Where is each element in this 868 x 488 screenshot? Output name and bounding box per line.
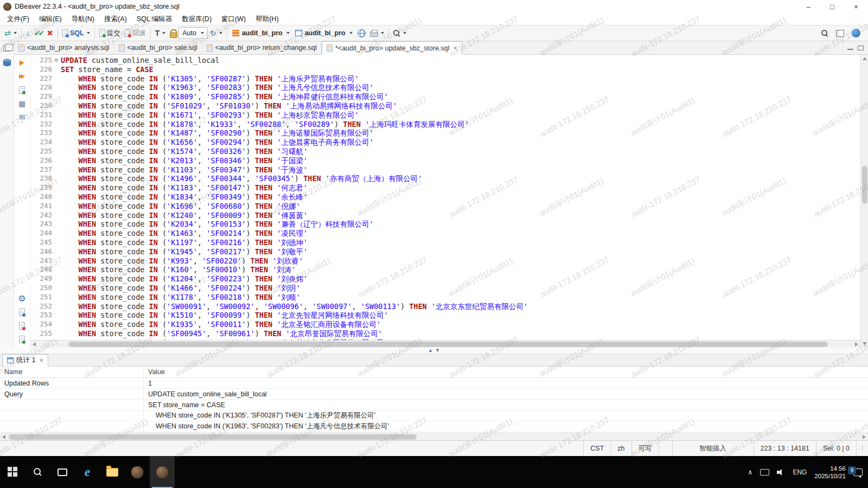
scroll-left-icon[interactable]: [2, 435, 5, 439]
dbeaver-taskbar-button[interactable]: [125, 456, 150, 488]
code-line[interactable]: 232 WHEN store_code IN ('K1878', 'K1933'…: [30, 120, 860, 129]
dbeaver-cloud-button[interactable]: [850, 27, 863, 40]
editor-tab[interactable]: <audit_bi_pro> analysis.sql: [14, 41, 114, 54]
statusbar-segment[interactable]: CST: [583, 441, 610, 456]
print-export-button[interactable]: [368, 27, 386, 40]
panel-splitter[interactable]: ▲ ▼: [0, 348, 868, 354]
code-line[interactable]: 228 WHEN store_code IN ('K1963', 'SF0028…: [30, 83, 860, 92]
code-line[interactable]: 246 WHEN store_code IN ('K1945', 'SF0021…: [30, 247, 860, 256]
scrollbar-thumb[interactable]: [68, 342, 828, 347]
open-perspective-button[interactable]: [834, 27, 846, 40]
statusbar-segment[interactable]: 可写: [631, 441, 659, 456]
explain-plan-button[interactable]: [16, 85, 29, 95]
menu-item[interactable]: 文件(F): [2, 13, 34, 25]
maximize-editor-icon[interactable]: [858, 46, 864, 50]
code-line[interactable]: 251 WHEN store_code IN ('K1178', 'SF0021…: [30, 293, 860, 302]
column-header-name[interactable]: Name: [0, 367, 144, 377]
code-line[interactable]: 253 WHEN store_code IN ('K1510', 'SF0009…: [30, 311, 860, 320]
minimize-editor-icon[interactable]: [847, 48, 853, 50]
code-line[interactable]: 250 WHEN store_code IN ('K1466', 'SF0022…: [30, 284, 860, 293]
code-line[interactable]: 231 WHEN store_code IN ('K1671', 'SF0029…: [30, 111, 860, 120]
scroll-right-icon[interactable]: [855, 342, 858, 346]
code-line[interactable]: 252 WHEN store_code IN ('SW00091', 'SW00…: [30, 302, 860, 311]
fold-marker-icon[interactable]: ⊖: [52, 56, 61, 65]
database-navigator-icon[interactable]: [3, 59, 11, 66]
editor-tab[interactable]: <audit_bi_pro> return_change.sql: [202, 41, 322, 54]
code-line[interactable]: 226SET store_name = CASE: [30, 65, 860, 74]
sql-dropdown-button[interactable]: SQL: [60, 27, 92, 40]
code-line[interactable]: 249 WHEN store_code IN ('K1204', 'SF0022…: [30, 274, 860, 284]
scrollbar-thumb[interactable]: [862, 166, 867, 204]
code-line[interactable]: 234 WHEN store_code IN ('K1656', 'SF0029…: [30, 138, 860, 147]
code-line[interactable]: 235 WHEN store_code IN ('K1574', 'SF0032…: [30, 147, 860, 156]
menu-item[interactable]: 帮助(H): [251, 13, 283, 25]
code-line[interactable]: 242 WHEN store_code IN ('K1240', 'SF0000…: [30, 211, 860, 220]
tray-expand-button[interactable]: ∧: [748, 468, 752, 476]
dbeaver-taskbar-button-active[interactable]: [150, 456, 175, 488]
stats-row[interactable]: WHEN store_code IN ('K1963', 'SF00283') …: [0, 421, 868, 432]
taskbar-search-button[interactable]: [25, 456, 50, 488]
commit-mode-combo[interactable]: Auto: [178, 27, 208, 39]
close-button[interactable]: ×: [844, 0, 868, 13]
code-line[interactable]: 255 WHEN store_code IN ('SF00945', 'SF00…: [30, 329, 860, 338]
schema-combo[interactable]: audit_bi_pro: [292, 29, 355, 37]
transaction-log-button[interactable]: T: [153, 27, 168, 40]
code-line[interactable]: 241 WHEN store_code IN ('K1696', 'SF0068…: [30, 202, 860, 211]
file-explorer-button[interactable]: [100, 456, 125, 488]
commit-button[interactable]: 提交: [97, 27, 123, 40]
code-line[interactable]: 229 WHEN store_code IN ('K1809', 'SF0028…: [30, 92, 860, 101]
code-line[interactable]: 254 WHEN store_code IN ('K1935', 'SF0001…: [30, 320, 860, 329]
editor-vertical-scrollbar[interactable]: [860, 55, 868, 348]
collapse-up-icon[interactable]: ▲: [428, 348, 433, 353]
volume-button[interactable]: [777, 468, 785, 476]
action-center-button[interactable]: 9: [853, 468, 863, 476]
language-indicator[interactable]: ENG: [793, 468, 807, 476]
code-line[interactable]: 233 WHEN store_code IN ('K1487', 'SF0029…: [30, 129, 860, 138]
column-header-value[interactable]: Value: [144, 368, 868, 376]
code-line[interactable]: 237 WHEN store_code IN ('K1103', 'SF0034…: [30, 165, 860, 175]
result-grid-button[interactable]: ▦: [16, 99, 29, 108]
touch-keyboard-button[interactable]: [760, 469, 769, 476]
log-doc-button[interactable]: [16, 321, 29, 331]
rollback-cross-button[interactable]: ✖: [44, 27, 55, 40]
code-line[interactable]: 240 WHEN store_code IN ('K1834', 'SF0034…: [30, 192, 860, 202]
code-line[interactable]: 230 WHEN store_code IN ('SF01029', 'SF01…: [30, 101, 860, 111]
collapse-down-icon[interactable]: ▼: [435, 348, 440, 353]
editor-settings-button[interactable]: ⚙: [16, 294, 29, 304]
panel-horizontal-scrollbar[interactable]: [0, 433, 868, 440]
start-button[interactable]: [0, 456, 25, 488]
commit-check-button[interactable]: ✔✔: [32, 27, 44, 40]
statusbar-segment[interactable]: 223 : 13 : 14181: [754, 441, 816, 456]
execute-script-button[interactable]: [16, 72, 29, 81]
network-settings-button[interactable]: [355, 27, 368, 40]
code-line[interactable]: 225⊖UPDATE custom_online_sale_bill_local: [30, 56, 860, 65]
search-dropdown-button[interactable]: [391, 27, 409, 40]
statusbar-segment[interactable]: 智能插入: [672, 441, 754, 456]
stats-row[interactable]: SET store_name = CASE: [0, 400, 868, 410]
code-area[interactable]: 225⊖UPDATE custom_online_sale_bill_local…: [30, 55, 860, 340]
export-doc-button[interactable]: [16, 307, 29, 317]
taskbar-clock[interactable]: 14:56 2025/10/21: [814, 465, 846, 480]
menu-item[interactable]: 编辑(E): [34, 13, 67, 25]
menu-item[interactable]: 搜索(A): [99, 13, 132, 25]
task-view-button[interactable]: [50, 456, 75, 488]
stats-row[interactable]: Updated Rows1: [0, 378, 868, 389]
internet-explorer-button[interactable]: e: [75, 456, 100, 488]
close-icon[interactable]: ×: [39, 356, 43, 364]
open-sql-console-button[interactable]: ⇄: [2, 27, 19, 40]
rollback-button[interactable]: 回滚: [123, 27, 148, 40]
code-line[interactable]: 245 WHEN store_code IN ('K1197', 'SF0021…: [30, 238, 860, 247]
scroll-left-icon[interactable]: [33, 342, 36, 346]
close-icon[interactable]: ×: [453, 44, 457, 52]
tab-statistics[interactable]: 统计 1 ×: [2, 354, 48, 367]
fetch-next-button[interactable]: ↓: [24, 27, 32, 40]
menu-item[interactable]: 窗口(W): [216, 13, 251, 25]
scrollbar-thumb[interactable]: [9, 434, 417, 440]
code-line[interactable]: 243 WHEN store_code IN ('K2034', 'SF0015…: [30, 220, 860, 229]
menu-item[interactable]: SQL 编辑器: [132, 13, 177, 25]
editor-horizontal-scrollbar[interactable]: [30, 340, 860, 348]
refresh-button[interactable]: ↻: [208, 27, 225, 40]
minimize-button[interactable]: –: [796, 0, 820, 13]
scroll-down-icon[interactable]: [863, 342, 867, 345]
quick-search-button[interactable]: [819, 27, 831, 40]
